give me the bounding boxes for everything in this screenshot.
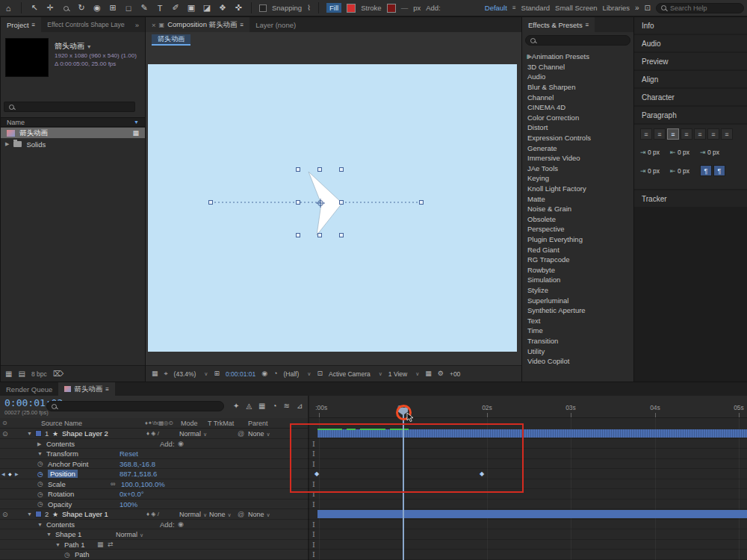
timeline-row-transform[interactable]: ▼ Transform Reset	[0, 449, 308, 459]
pen-tool-icon[interactable]: ✎	[139, 3, 149, 13]
justify-last-center-icon[interactable]: ≡	[694, 128, 706, 140]
roi-icon[interactable]: ⊡	[317, 370, 323, 377]
more-workspaces-icon[interactable]: »	[635, 4, 639, 12]
swap-path-icon[interactable]: ⇄	[108, 541, 114, 548]
add-label[interactable]: Add:	[160, 520, 175, 529]
twirl-down-icon[interactable]: ▼	[27, 511, 32, 517]
effects-category[interactable]: ▶Audio	[522, 72, 633, 82]
shy-layers-icon[interactable]: ▦	[258, 402, 265, 410]
rotate-tool-icon[interactable]: ↻	[76, 3, 87, 13]
layer-bar-row-shape-layer-1[interactable]	[308, 509, 747, 520]
rtl-direction-icon[interactable]: ¶	[713, 165, 725, 176]
effects-category[interactable]: ▶Color Correction	[522, 113, 633, 123]
project-item-comp[interactable]: 箭头动画 ▦	[1, 128, 145, 138]
fill-color-swatch[interactable]	[347, 4, 356, 13]
scale-value[interactable]: 100.0,100.0%	[121, 480, 165, 488]
timeline-row-path-1[interactable]: ▼ Path 1 ▦ ⇄	[0, 540, 308, 550]
twirl-down-icon[interactable]: ▼	[27, 431, 32, 436]
stopwatch-icon[interactable]: ◷	[37, 500, 43, 508]
effects-category[interactable]: ▶Transition	[522, 336, 633, 346]
hand-tool-icon[interactable]: ✛	[45, 3, 55, 13]
effects-category[interactable]: ▶Red Giant	[522, 244, 633, 255]
camera-tool-icon[interactable]: ◉	[92, 3, 102, 13]
prev-keyframe-icon[interactable]: ◀	[1, 471, 5, 476]
clone-stamp-tool-icon[interactable]: ▣	[186, 3, 196, 13]
panel-menu-icon[interactable]: ≡	[586, 22, 589, 28]
timeline-row-contents-2[interactable]: ▼ Contents Add: ◉	[0, 520, 308, 530]
twirl-right-icon[interactable]: ▶	[37, 441, 41, 447]
effects-category[interactable]: ▶Matte	[522, 193, 633, 204]
layer-duration-bar[interactable]	[317, 510, 747, 518]
column-parent[interactable]: Parent	[248, 420, 268, 427]
panel-menu-icon[interactable]: ≡	[241, 22, 244, 28]
mask-grid-icon[interactable]: ▦	[97, 541, 104, 548]
align-center-icon[interactable]: ≡	[654, 128, 666, 140]
stopwatch-icon[interactable]: ◷	[37, 480, 43, 488]
text-tool-icon[interactable]: T	[155, 4, 165, 13]
bpc-label[interactable]: 8 bpc	[31, 370, 47, 378]
timeline-row-shape-layer-1[interactable]: ⊙ ▼ 2 ★ Shape Layer 1 ♦ ◈ / Normal∨ None…	[0, 509, 308, 520]
snapshot-icon[interactable]: ◉	[261, 370, 267, 377]
ltr-direction-icon[interactable]: ¶	[700, 165, 712, 176]
effects-category[interactable]: ▶Immersive Video	[522, 153, 633, 164]
eye-icon[interactable]: ⊙	[2, 511, 8, 518]
effects-category[interactable]: ▶Expression Controls	[522, 133, 633, 143]
timeline-row-path[interactable]: ◷ Path	[0, 550, 308, 560]
time-ruler[interactable]: :00s 01s 02s 03s 04s 05s	[308, 396, 747, 418]
tab-render-queue[interactable]: Render Queue	[0, 382, 58, 396]
workspace-default[interactable]: Default	[485, 4, 507, 12]
comp-mini-flowchart-icon[interactable]: ✦	[233, 402, 239, 410]
tab-project[interactable]: Project ≡	[1, 17, 41, 32]
close-icon[interactable]: ×	[152, 21, 156, 29]
effects-category[interactable]: ▶Noise & Grain	[522, 204, 633, 214]
twirl-down-icon[interactable]: ▼	[37, 522, 43, 527]
effects-category[interactable]: ▶Stylize	[522, 285, 633, 296]
timeline-row-contents[interactable]: ▶ Contents Add: ◉	[0, 439, 308, 449]
resolution[interactable]: (Half)	[284, 370, 300, 378]
comp-canvas[interactable]	[148, 64, 517, 352]
name-column-header[interactable]: Name ▼	[1, 117, 145, 127]
tab-composition[interactable]: × ▣ Composition 箭头动画 ≡	[146, 17, 249, 32]
stroke-label[interactable]: Stroke	[361, 4, 381, 12]
magnification-icon[interactable]: ⌖	[164, 370, 168, 377]
parent-dropdown[interactable]: None∨	[248, 430, 270, 438]
anchor-point-value[interactable]: 368.8,-16.8	[120, 460, 155, 468]
brush-tool-icon[interactable]: ✐	[170, 3, 181, 13]
puppet-tool-icon[interactable]: ✜	[233, 3, 244, 13]
indent-right-value[interactable]: 0 px	[678, 149, 689, 156]
parent-pickwhip-icon[interactable]: @	[238, 511, 244, 518]
effects-category[interactable]: ▶Superluminal	[522, 295, 633, 305]
tab-effects-presets[interactable]: Effects & Presets ≡	[522, 17, 595, 32]
workspace-bar-icon[interactable]: ⊡	[645, 4, 651, 12]
column-trkmat[interactable]: T TrkMat	[208, 420, 234, 427]
active-camera[interactable]: Active Camera	[329, 370, 371, 378]
align-right-icon[interactable]: ≡	[667, 128, 679, 140]
timeline-row-rotation[interactable]: ◷ Rotation 0x+0.0°	[0, 489, 308, 500]
panel-preview[interactable]: Preview	[634, 53, 747, 69]
workspace-standard[interactable]: Standard	[521, 4, 551, 12]
stopwatch-icon[interactable]: ◷	[64, 551, 70, 559]
first-line-indent-value[interactable]: 0 px	[707, 149, 719, 156]
trash-icon[interactable]: ⌦	[53, 370, 63, 378]
stopwatch-active-icon[interactable]: ◷	[37, 470, 43, 478]
parent-dropdown[interactable]: None∨	[248, 511, 270, 518]
timeline-row-anchor-point[interactable]: ◷ Anchor Point 368.8,-16.8	[0, 459, 308, 470]
blend-mode-dropdown[interactable]: Normal∨	[179, 511, 207, 518]
effects-category[interactable]: ▶Simulation	[522, 275, 633, 285]
effects-category[interactable]: ▶* Animation Presets	[522, 52, 633, 62]
shape-tool-icon[interactable]: □	[123, 4, 134, 13]
effects-category[interactable]: ▶JAe Tools	[522, 164, 633, 174]
project-item-solids[interactable]: ▶ Solids	[1, 139, 145, 149]
twirl-down-icon[interactable]: ▼	[46, 532, 52, 537]
space-before-value[interactable]: 0 px	[648, 167, 660, 175]
stopwatch-icon[interactable]: ◷	[37, 491, 43, 498]
help-search-input[interactable]	[670, 4, 739, 12]
label-color-chip[interactable]	[35, 511, 42, 517]
effects-category[interactable]: ▶Channel	[522, 92, 633, 102]
roto-brush-tool-icon[interactable]: ❖	[217, 3, 228, 13]
justify-last-left-icon[interactable]: ≡	[681, 128, 692, 140]
panel-info[interactable]: Info	[634, 17, 747, 34]
panel-align[interactable]: Align	[634, 71, 747, 87]
blend-mode-dropdown[interactable]: Normal∨	[179, 430, 207, 438]
effects-category[interactable]: ▶Rowbyte	[522, 264, 633, 275]
